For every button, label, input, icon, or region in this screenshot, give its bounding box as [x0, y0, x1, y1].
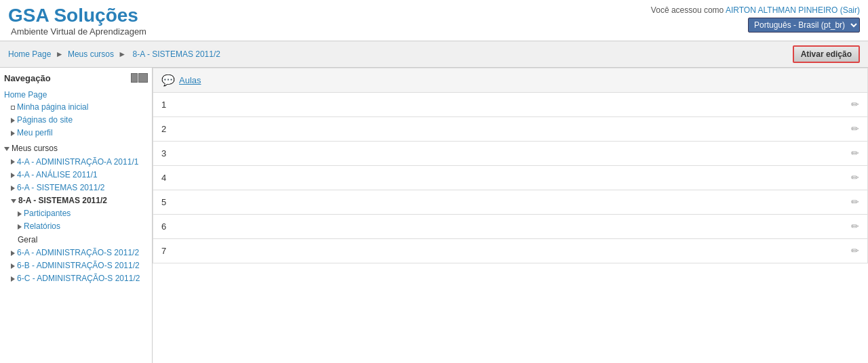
sidebar-link-6b-admin-s[interactable]: 6-B - ADMINISTRAÇÃO-S 2011/2	[17, 261, 140, 270]
sidebar-link-meu-perfil[interactable]: Meu perfil	[17, 128, 53, 137]
user-name-link[interactable]: AIRTON ALTHMAN PINHEIRO	[726, 5, 837, 15]
section-name-link[interactable]: Aulas	[179, 75, 201, 85]
sidebar-item-4a-admin: 4-A - ADMINISTRAÇÃO-A 2011/1	[4, 156, 148, 169]
edit-icon[interactable]: ✏	[851, 123, 859, 134]
sidebar-link-4a-analise[interactable]: 4-A - ANÁLISE 2011/1	[17, 170, 98, 179]
activate-edit-button[interactable]: Ativar edição	[793, 45, 860, 63]
week-row-7: 7 ✏	[153, 239, 868, 263]
sidebar-nav: Home Page Minha página inicial Páginas d…	[4, 89, 148, 286]
edit-icon[interactable]: ✏	[851, 196, 859, 207]
arrow-icon	[11, 118, 15, 123]
arrow-icon	[18, 224, 22, 230]
site-header: GSA Soluções Ambiente Virtual de Aprendi…	[0, 0, 868, 41]
week-row-1: 1 ✏	[153, 93, 868, 117]
sidebar-link-minha-pagina[interactable]: Minha página inicial	[17, 102, 88, 112]
expand-icon[interactable]	[138, 73, 148, 83]
breadcrumb-current: 8-A - SISTEMAS 2011/2	[133, 49, 220, 59]
edit-icon[interactable]: ✏	[851, 221, 859, 232]
user-info: Você acessou como AIRTON ALTHMAN PINHEIR…	[651, 5, 860, 15]
week-row-5: 5 ✏	[153, 190, 868, 215]
sidebar-item-6a-admin-s: 6-A - ADMINISTRAÇÃO-S 2011/2	[4, 247, 148, 259]
square-icon	[11, 106, 15, 110]
geral-label: Geral	[18, 235, 37, 244]
chat-icon: 💬	[161, 74, 175, 87]
nav-title: Navegação	[4, 73, 51, 83]
arrow-icon	[11, 276, 15, 282]
arrow-icon	[11, 173, 15, 178]
site-branding: GSA Soluções Ambiente Virtual de Aprendi…	[8, 5, 146, 37]
sidebar-item-participantes: Participantes	[4, 207, 148, 220]
sidebar-link-6a-admin-s[interactable]: 6-A - ADMINISTRAÇÃO-S 2011/2	[17, 248, 139, 257]
week-row-6: 6 ✏	[153, 215, 868, 239]
arrow-icon	[18, 211, 22, 217]
sidebar-link-homepage[interactable]: Home Page	[4, 89, 148, 101]
sidebar-item-minha-pagina: Minha página inicial	[4, 101, 148, 114]
collapse-icon[interactable]	[131, 73, 138, 83]
breadcrumb: Home Page ► Meus cursos ► 8-A - SISTEMAS…	[8, 49, 222, 59]
week-number: 1	[161, 100, 166, 110]
week-row-4: 4 ✏	[153, 166, 868, 190]
sidebar-item-6c-admin-s: 6-C - ADMINISTRAÇÃO-S 2011/2	[4, 272, 148, 285]
week-row-3: 3 ✏	[153, 142, 868, 166]
arrow-icon	[11, 251, 15, 256]
arrow-icon	[11, 186, 15, 191]
breadcrumb-sep2: ►	[118, 49, 126, 59]
breadcrumb-courses[interactable]: Meus cursos	[68, 49, 114, 59]
nav-header: Navegação	[4, 73, 148, 83]
week-row-2: 2 ✏	[153, 117, 868, 142]
edit-icon[interactable]: ✏	[851, 245, 859, 256]
week-number: 6	[161, 221, 166, 232]
sidebar-item-paginas-site: Páginas do site	[4, 114, 148, 127]
main-layout: Navegação Home Page Minha página inicial…	[0, 68, 868, 363]
down-arrow-icon	[11, 199, 16, 203]
sidebar-item-4a-analise: 4-A - ANÁLISE 2011/1	[4, 169, 148, 182]
user-text: Você acessou como	[651, 5, 726, 15]
breadcrumb-sep1: ►	[56, 49, 64, 59]
edit-icon[interactable]: ✏	[851, 148, 859, 158]
sidebar-link-6a-sistemas[interactable]: 6-A - SISTEMAS 2011/2	[17, 183, 104, 192]
section-header: 💬 Aulas	[153, 68, 868, 93]
language-selector[interactable]: Português - Brasil (pt_br)	[748, 18, 860, 33]
sidebar-link-4a-admin[interactable]: 4-A - ADMINISTRAÇÃO-A 2011/1	[17, 157, 138, 167]
nav-collapse-buttons[interactable]	[131, 73, 148, 83]
sidebar-link-8a-sistemas[interactable]: 8-A - SISTEMAS 2011/2	[18, 196, 107, 205]
week-number: 3	[161, 148, 166, 158]
sidebar: Navegação Home Page Minha página inicial…	[0, 68, 153, 363]
sidebar-item-meu-perfil: Meu perfil	[4, 127, 148, 140]
sidebar-item-relatorios: Relatórios	[4, 220, 148, 233]
sidebar-item-6b-admin-s: 6-B - ADMINISTRAÇÃO-S 2011/2	[4, 259, 148, 272]
language-dropdown[interactable]: Português - Brasil (pt_br)	[748, 18, 860, 33]
sidebar-item-homepage: Home Page	[4, 89, 148, 101]
arrow-icon	[11, 159, 15, 165]
sidebar-item-geral: Geral	[4, 234, 148, 247]
week-number: 5	[161, 197, 166, 207]
arrow-icon	[11, 131, 15, 136]
down-arrow-icon	[4, 147, 9, 151]
sidebar-link-participantes[interactable]: Participantes	[24, 209, 71, 218]
sidebar-link-relatorios[interactable]: Relatórios	[24, 221, 60, 231]
breadcrumb-bar: Home Page ► Meus cursos ► 8-A - SISTEMAS…	[0, 41, 868, 68]
week-number: 7	[161, 246, 166, 256]
sidebar-item-8a-sistemas: 8-A - SISTEMAS 2011/2	[4, 194, 148, 207]
sidebar-link-paginas-site[interactable]: Páginas do site	[17, 115, 73, 125]
sidebar-item-6a-sistemas: 6-A - SISTEMAS 2011/2	[4, 182, 148, 194]
breadcrumb-home[interactable]: Home Page	[8, 49, 51, 59]
edit-icon[interactable]: ✏	[851, 99, 859, 110]
week-number: 2	[161, 124, 166, 134]
sidebar-link-6c-admin-s[interactable]: 6-C - ADMINISTRAÇÃO-S 2011/2	[17, 274, 140, 283]
week-number: 4	[161, 173, 166, 183]
edit-icon[interactable]: ✏	[851, 172, 859, 183]
header-right: Você acessou como AIRTON ALTHMAN PINHEIR…	[651, 5, 860, 33]
arrow-icon	[11, 263, 15, 269]
site-title: GSA Soluções	[8, 5, 146, 26]
logout-link[interactable]: (Sair)	[840, 5, 860, 15]
meus-cursos-label: Meus cursos	[12, 144, 58, 153]
sidebar-item-meus-cursos-header: Meus cursos	[4, 142, 148, 155]
main-content: 💬 Aulas 1 ✏ 2 ✏ 3 ✏ 4 ✏ 5 ✏ 6 ✏ 7	[153, 68, 868, 363]
site-subtitle: Ambiente Virtual de Aprendizagem	[11, 26, 146, 37]
